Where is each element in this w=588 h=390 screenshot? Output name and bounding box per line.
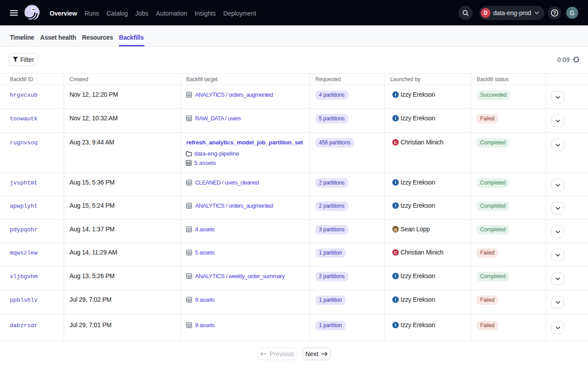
svg-text:C: C [394,250,397,255]
svg-text:?: ? [553,10,556,16]
svg-text:C: C [394,140,397,145]
